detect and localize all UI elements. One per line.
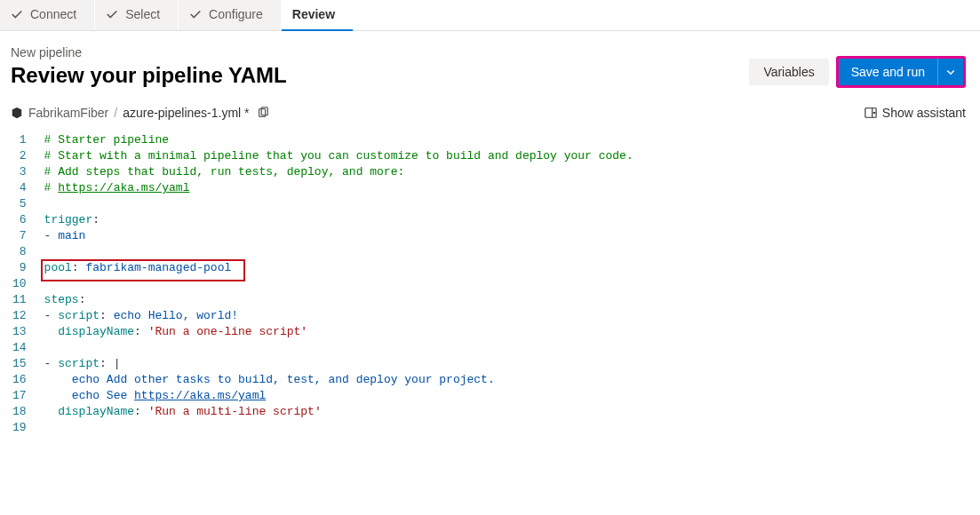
code-line[interactable] [44,244,980,260]
code-line[interactable] [44,196,980,212]
code-line[interactable]: # Starter pipeline [44,132,980,148]
crumb-repo[interactable]: FabrikamFiber [28,106,108,120]
line-number: 12 [9,308,30,324]
show-assistant-button[interactable]: Show assistant [864,106,966,120]
code-line[interactable]: # Start with a minimal pipeline that you… [44,148,980,164]
code-line[interactable]: echo Add other tasks to build, test, and… [44,372,980,388]
check-icon [189,8,202,20]
header-actions: Variables Save and run [749,56,966,88]
wizard-tabs: Connect Select Configure Review [0,0,980,31]
code-line[interactable] [44,276,980,292]
line-number: 13 [9,324,30,340]
panel-icon [864,107,877,119]
tab-label: Configure [209,7,263,21]
code-line[interactable]: trigger: [44,212,980,228]
code-line[interactable] [44,340,980,356]
code-area[interactable]: # Starter pipeline# Start with a minimal… [44,132,980,436]
line-number: 2 [9,148,30,164]
code-line[interactable]: steps: [44,292,980,308]
line-number: 1 [9,132,30,148]
line-number: 17 [9,388,30,404]
repo-icon [11,107,23,119]
check-icon [11,8,23,20]
save-run-button[interactable]: Save and run [839,59,937,85]
line-number: 18 [9,404,30,420]
show-assistant-label: Show assistant [882,106,966,120]
code-line[interactable]: # https://aka.ms/yaml [44,180,980,196]
code-line[interactable]: displayName: 'Run a multi-line script' [44,404,980,420]
line-number: 16 [9,372,30,388]
breadcrumb-bar: FabrikamFiber / azure-pipelines-1.yml * … [0,106,980,132]
breadcrumb: FabrikamFiber / azure-pipelines-1.yml * [11,106,269,120]
code-line[interactable]: echo See https://aka.ms/yaml [44,388,980,404]
crumb-file[interactable]: azure-pipelines-1.yml * [123,106,249,120]
code-line[interactable] [44,420,980,436]
tab-label: Select [125,7,160,21]
page-header: New pipeline Review your pipeline YAML V… [0,31,980,106]
tab-label: Connect [30,7,76,21]
chevron-down-icon [945,67,956,77]
copy-icon[interactable] [257,107,269,119]
code-line[interactable]: displayName: 'Run a one-line script' [44,324,980,340]
code-line[interactable]: pool: fabrikam-managed-pool [44,260,980,276]
line-number: 14 [9,340,30,356]
code-line[interactable]: - script: | [44,356,980,372]
crumb-separator: / [114,106,117,120]
yaml-editor[interactable]: 12345678910111213141516171819 # Starter … [0,132,980,445]
line-number: 9 [9,260,30,276]
line-number: 8 [9,244,30,260]
line-number: 7 [9,228,30,244]
line-number: 15 [9,356,30,372]
line-number: 5 [9,196,30,212]
variables-button[interactable]: Variables [749,59,828,85]
save-run-dropdown[interactable] [937,59,963,85]
code-line[interactable]: - main [44,228,980,244]
line-number: 10 [9,276,30,292]
tab-connect[interactable]: Connect [0,0,94,30]
save-run-group: Save and run [836,56,966,88]
tab-label: Review [292,7,335,21]
line-number: 4 [9,180,30,196]
page-title: Review your pipeline YAML [11,63,287,88]
tab-review[interactable]: Review [282,0,353,30]
line-number: 6 [9,212,30,228]
tab-configure[interactable]: Configure [179,0,281,30]
page-subtitle: New pipeline [11,45,287,59]
line-number: 19 [9,420,30,436]
line-gutter: 12345678910111213141516171819 [9,132,44,436]
check-icon [106,8,118,20]
code-line[interactable]: # Add steps that build, run tests, deplo… [44,164,980,180]
code-line[interactable]: - script: echo Hello, world! [44,308,980,324]
tab-select[interactable]: Select [95,0,178,30]
header-left: New pipeline Review your pipeline YAML [11,45,287,88]
line-number: 11 [9,292,30,308]
line-number: 3 [9,164,30,180]
